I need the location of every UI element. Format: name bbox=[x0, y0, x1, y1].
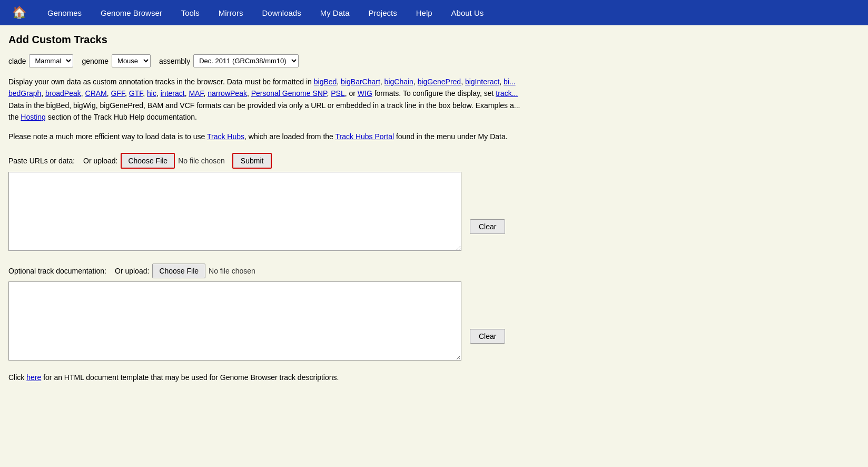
link-wig[interactable]: WIG bbox=[358, 89, 372, 98]
no-file-chosen-text: No file chosen bbox=[178, 157, 225, 165]
paste-section: Paste URLs or data: Or upload: Choose Fi… bbox=[8, 153, 860, 251]
link-narrowpeak[interactable]: narrowPeak bbox=[208, 89, 247, 98]
or-upload-label-2: Or upload: bbox=[115, 267, 149, 275]
home-icon[interactable]: 🏠 bbox=[0, 0, 38, 25]
link-bigbed[interactable]: bigBed bbox=[314, 77, 337, 86]
assembly-label: assembly bbox=[159, 57, 190, 65]
nav-help[interactable]: Help bbox=[407, 0, 442, 25]
nav-genome-browser[interactable]: Genome Browser bbox=[91, 0, 172, 25]
link-track-hubs-portal[interactable]: Track Hubs Portal bbox=[336, 132, 394, 141]
nav-downloads[interactable]: Downloads bbox=[252, 0, 310, 25]
optional-label: Optional track documentation: bbox=[8, 267, 106, 275]
link-interact[interactable]: interact bbox=[161, 89, 185, 98]
clear-button-2[interactable]: Clear bbox=[470, 329, 505, 344]
nav-mirrors[interactable]: Mirrors bbox=[209, 0, 253, 25]
link-hic[interactable]: hic bbox=[147, 89, 156, 98]
link-psl[interactable]: PSL bbox=[331, 89, 344, 98]
optional-section: Optional track documentation: Or upload:… bbox=[8, 264, 860, 361]
footer-note: Click here for an HTML document template… bbox=[8, 373, 860, 382]
no-file-chosen-text-2: No file chosen bbox=[209, 267, 255, 275]
submit-button[interactable]: Submit bbox=[232, 153, 272, 169]
page-title: Add Custom Tracks bbox=[8, 34, 860, 46]
link-gtf[interactable]: GTF bbox=[129, 89, 143, 98]
genome-select[interactable]: Mouse bbox=[112, 54, 151, 67]
link-track[interactable]: track... bbox=[496, 89, 518, 98]
main-nav: 🏠 Genomes Genome Browser Tools Mirrors D… bbox=[0, 0, 868, 25]
link-track-hubs[interactable]: Track Hubs bbox=[207, 132, 244, 141]
nav-about-us[interactable]: About Us bbox=[442, 0, 494, 25]
optional-textarea[interactable] bbox=[8, 281, 461, 361]
nav-projects[interactable]: Projects bbox=[359, 0, 407, 25]
genome-label: genome bbox=[82, 57, 108, 65]
paste-textarea[interactable] bbox=[8, 172, 461, 251]
link-bigbarchart[interactable]: bigBarChart bbox=[341, 77, 380, 86]
clear-button-1[interactable]: Clear bbox=[470, 219, 505, 234]
clade-select[interactable]: Mammal bbox=[29, 54, 73, 67]
link-biggenepred[interactable]: bigGenePred bbox=[418, 77, 461, 86]
link-bi[interactable]: bi... bbox=[504, 77, 516, 86]
footer-here-link[interactable]: here bbox=[26, 373, 41, 382]
link-personal-genome-snp[interactable]: Personal Genome SNP bbox=[251, 89, 327, 98]
link-bigchain[interactable]: bigChain bbox=[384, 77, 413, 86]
description-text: Display your own data as custom annotati… bbox=[8, 76, 860, 123]
link-broadpeak[interactable]: broadPeak bbox=[45, 89, 81, 98]
nav-genomes[interactable]: Genomes bbox=[38, 0, 91, 25]
link-hosting[interactable]: Hosting bbox=[21, 113, 45, 121]
or-upload-label: Or upload: bbox=[83, 157, 117, 165]
link-bedgraph[interactable]: bedGraph bbox=[8, 89, 41, 98]
assembly-select[interactable]: Dec. 2011 (GRCm38/mm10) bbox=[193, 54, 299, 67]
choose-file-button-2[interactable]: Choose File bbox=[152, 264, 205, 278]
link-biginteract[interactable]: bigInteract bbox=[465, 77, 499, 86]
selectors-row: clade Mammal genome Mouse assembly Dec. … bbox=[8, 54, 860, 67]
link-maf[interactable]: MAF bbox=[189, 89, 203, 98]
link-gff[interactable]: GFF bbox=[111, 89, 125, 98]
paste-label: Paste URLs or data: bbox=[8, 157, 75, 165]
choose-file-button[interactable]: Choose File bbox=[121, 153, 175, 169]
note-text: Please note a much more efficient way to… bbox=[8, 131, 860, 142]
nav-tools[interactable]: Tools bbox=[172, 0, 209, 25]
clade-label: clade bbox=[8, 57, 26, 65]
nav-my-data[interactable]: My Data bbox=[311, 0, 359, 25]
link-cram[interactable]: CRAM bbox=[85, 89, 107, 98]
